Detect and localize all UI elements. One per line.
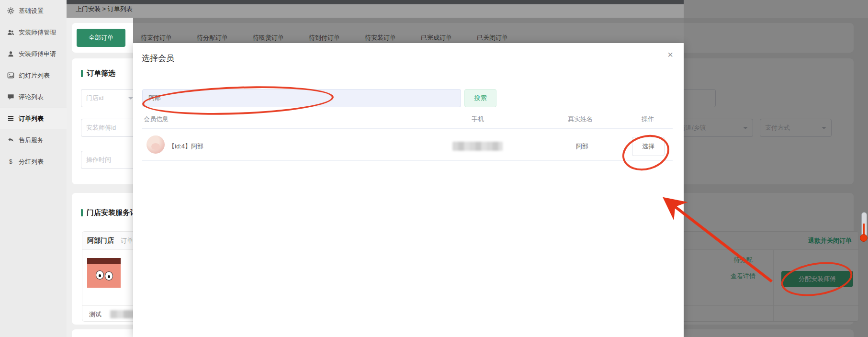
sidebar-item-基础设置[interactable]: 基础设置 bbox=[0, 0, 67, 22]
list-icon bbox=[7, 115, 14, 123]
overlay-right bbox=[684, 0, 868, 337]
sidebar-item-label: 安装师傅管理 bbox=[19, 28, 56, 37]
close-icon[interactable]: × bbox=[667, 50, 673, 59]
sidebar-item-评论列表[interactable]: 评论列表 bbox=[0, 86, 67, 108]
search-button[interactable]: 搜索 bbox=[464, 89, 496, 107]
operate-time-input[interactable]: 操作时间 bbox=[81, 151, 138, 169]
sidebar-item-label: 订单列表 bbox=[19, 114, 44, 123]
table-divider bbox=[142, 160, 673, 161]
sidebar-item-label: 安装师傅申请 bbox=[19, 50, 56, 58]
member-search-input[interactable] bbox=[142, 89, 461, 107]
product-image bbox=[87, 258, 121, 288]
sidebar-item-安装师傅申请[interactable]: 安装师傅申请 bbox=[0, 43, 67, 65]
dialog-title: 选择会员 bbox=[142, 53, 174, 64]
tab-全部订单[interactable]: 全部订单 bbox=[77, 29, 125, 47]
filter-section-title: 订单筛选 bbox=[81, 69, 115, 78]
sidebar: 基础设置安装师傅管理安装师傅申请幻灯片列表评论列表订单列表售后服务$分红列表 bbox=[0, 0, 67, 337]
store-name: 阿部门店 bbox=[87, 236, 114, 245]
reply-icon bbox=[7, 136, 14, 144]
overlay-top-band bbox=[67, 0, 684, 4]
sidebar-item-label: 幻灯片列表 bbox=[19, 71, 50, 80]
svg-text:$: $ bbox=[9, 158, 12, 165]
green-bar-icon bbox=[81, 70, 83, 77]
sidebar-item-售后服务[interactable]: 售后服务 bbox=[0, 129, 67, 151]
user-icon bbox=[7, 50, 14, 58]
green-bar-icon bbox=[81, 209, 83, 216]
image-icon bbox=[7, 72, 14, 79]
sidebar-item-label: 售后服务 bbox=[19, 136, 44, 145]
overlay-tabs bbox=[133, 18, 684, 43]
sidebar-item-label: 分红列表 bbox=[19, 157, 44, 166]
member-name: 【id:4】阿部 bbox=[169, 142, 203, 151]
sidebar-item-幻灯片列表[interactable]: 幻灯片列表 bbox=[0, 65, 67, 86]
note-label: 测试 bbox=[89, 310, 101, 319]
col-member-info: 会员信息 bbox=[144, 115, 169, 124]
sidebar-item-分红列表[interactable]: $分红列表 bbox=[0, 151, 67, 172]
comment-icon bbox=[7, 93, 14, 101]
users-icon bbox=[7, 29, 14, 36]
member-phone-redacted bbox=[452, 142, 503, 151]
installer-id-input[interactable]: 安装师傅id bbox=[81, 119, 138, 137]
member-real-name: 阿部 bbox=[576, 142, 588, 151]
member-avatar bbox=[147, 135, 165, 154]
select-member-dialog: 选择会员 × 搜索 会员信息 手机 真实姓名 操作 【id:4】阿部 阿部 选择 bbox=[133, 43, 684, 337]
select-member-button[interactable]: 选择 bbox=[632, 137, 665, 156]
sidebar-item-订单列表[interactable]: 订单列表 bbox=[0, 108, 67, 129]
gear-icon bbox=[7, 7, 14, 15]
dollar-icon: $ bbox=[7, 158, 14, 166]
overlay-breadcrumb bbox=[67, 4, 684, 18]
col-phone: 手机 bbox=[472, 115, 484, 124]
chevron-down-icon bbox=[128, 97, 133, 100]
col-action: 操作 bbox=[642, 115, 654, 124]
sidebar-item-label: 基础设置 bbox=[19, 7, 44, 15]
store-id-select[interactable]: 门店id bbox=[81, 89, 138, 107]
sidebar-item-label: 评论列表 bbox=[19, 93, 44, 101]
sidebar-item-安装师傅管理[interactable]: 安装师傅管理 bbox=[0, 22, 67, 43]
table-divider bbox=[142, 128, 673, 129]
col-real-name: 真实姓名 bbox=[568, 115, 593, 124]
